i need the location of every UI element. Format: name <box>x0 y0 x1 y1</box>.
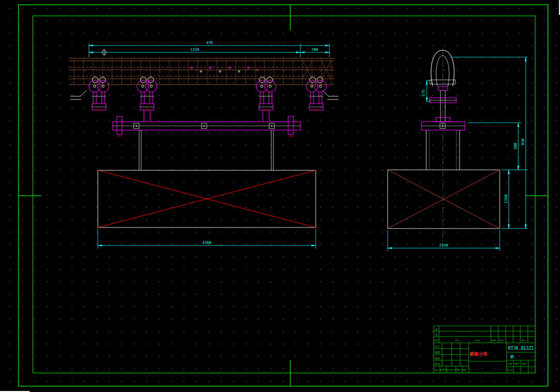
front-bottom-dimension <box>98 229 316 249</box>
dim-label-front-bottom: 4360 <box>203 241 212 245</box>
side-view: 575 <box>388 49 528 251</box>
front-load-box <box>98 170 316 227</box>
info-label-qty: 数量 <box>515 362 519 365</box>
side-bottom-dimension <box>388 230 500 251</box>
cad-canvas[interactable]: 470 1150 700 <box>0 0 560 392</box>
material-label: 桥 <box>510 354 515 359</box>
front-top-dimensions <box>89 43 329 57</box>
info-label-sheet: 共 张 <box>508 369 513 371</box>
dim-label-hook: 575 <box>421 90 426 97</box>
wheel-group-3 <box>256 77 276 111</box>
title-block-bottom-labels: 标记 处数 更改文件号 签字 日期 <box>435 369 466 372</box>
wheel-group-1 <box>89 77 109 111</box>
front-view: 470 1150 700 <box>69 41 338 249</box>
parts-header-note: 备注 <box>521 339 526 342</box>
title-block: 2 1 序号 代号 名称 数量 材料 备注 设计 制图 校核 审核 标记 处数 … <box>434 326 535 373</box>
dim-label-side-lower: 1160 <box>504 195 508 204</box>
signature-row-check: 校核 <box>434 357 440 360</box>
dim-label-front-top-overall: 470 <box>206 41 213 45</box>
signature-row-draw: 制图 <box>435 351 440 354</box>
parts-row-no-2: 1 <box>435 333 437 337</box>
wheel-groups <box>89 77 326 122</box>
side-load-box <box>388 170 500 229</box>
hook <box>430 50 455 86</box>
drawing-number: KTJ6.013Z1 <box>508 346 534 351</box>
dim-label-side-overall: 850 <box>521 139 525 145</box>
signature-row-audit: 审核 <box>435 362 440 366</box>
beam-fittings <box>190 67 258 72</box>
left-end-bracket <box>70 90 86 99</box>
signature-row-design: 设计 <box>434 345 440 348</box>
wheel-group-2 <box>137 77 157 111</box>
parts-header-material: 材料 <box>499 339 504 342</box>
crossbeam <box>113 116 300 136</box>
wheel-group-4 <box>306 77 326 111</box>
suspension <box>429 86 456 122</box>
parts-header-seq: 序号 <box>434 339 439 342</box>
info-label-scale: 比例 <box>508 362 512 366</box>
parts-row-no-1: 2 <box>435 327 437 332</box>
dim-label-side-upper: 500 <box>513 143 518 150</box>
parts-header-qty: 数量 <box>492 339 496 342</box>
parts-header-code: 代号 <box>454 339 460 342</box>
parts-header-name: 名称 <box>475 339 480 342</box>
dim-label-front-top-right: 700 <box>311 48 318 52</box>
drawing-svg: 470 1150 700 <box>0 0 560 392</box>
hanger-rods <box>139 130 273 170</box>
info-label-weight: 重量 <box>522 362 527 365</box>
right-end-bracket <box>323 90 338 99</box>
dim-label-side-bottom: 2350 <box>439 243 448 248</box>
dim-label-front-top-left: 1150 <box>190 48 199 52</box>
drawing-title: 桥架小车 <box>469 351 488 357</box>
